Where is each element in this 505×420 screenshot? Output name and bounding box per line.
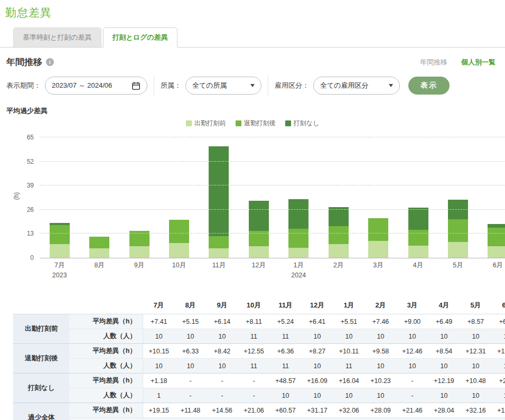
period-value: 2023/07 ～ 2024/06 (52, 81, 112, 90)
value-cell: 11 (333, 418, 365, 420)
column-header: 6月 (492, 297, 505, 314)
bar-6月 (488, 224, 505, 258)
value-cell: +9.00 (397, 314, 428, 329)
legend-label: 出勤打刻前 (194, 119, 226, 128)
page-title: 勤怠差異 (5, 5, 499, 20)
bar-segment (89, 248, 109, 258)
chart-plot (40, 137, 505, 258)
legend-item: 打刻なし (285, 119, 320, 128)
legend-swatch (236, 120, 241, 126)
value-cell: 10 (492, 418, 505, 420)
value-cell: +12.46 (397, 344, 428, 359)
value-cell: 10 (143, 329, 175, 344)
value-cell: +14.56 (207, 403, 238, 418)
gridline (40, 137, 505, 137)
value-cell: 10 (428, 418, 460, 420)
value-cell: +5.15 (175, 314, 207, 329)
value-cell: 10 (365, 329, 397, 344)
value-cell: 10 (492, 388, 505, 403)
bar-segment (488, 224, 505, 228)
value-cell: 10 (460, 388, 492, 403)
view-header: 年間推移 i 年間推移 個人別一覧 (0, 48, 505, 70)
x-tick-label: 10月 (159, 262, 199, 279)
bar-segment (209, 248, 229, 258)
value-cell: 10 (333, 388, 365, 403)
x-tick-label: 8月 (79, 262, 119, 279)
legend-label: 打刻なし (294, 119, 320, 128)
value-cell: +8.54 (428, 344, 460, 359)
value-cell: 10 (397, 418, 428, 420)
value-cell: 11 (270, 359, 302, 374)
value-cell: +8.27 (302, 344, 333, 359)
x-tick-label: 12月 (239, 262, 278, 279)
gridline (40, 233, 505, 234)
month-label: 10月 (159, 262, 199, 269)
column-header: 7月 (143, 297, 175, 314)
emp-label: 雇用区分： (275, 81, 309, 90)
info-icon[interactable]: i (46, 58, 54, 66)
x-tick-label: 11月 (199, 262, 239, 279)
value-cell: +19.15 (143, 403, 175, 418)
bar-segment (408, 208, 428, 230)
value-cell: 11 (270, 329, 302, 344)
gridline (40, 185, 505, 185)
legend-item: 出勤打刻前 (186, 119, 226, 128)
value-cell: +48.57 (270, 374, 302, 388)
bar-column (478, 137, 505, 258)
bar-segment (329, 226, 349, 244)
show-button[interactable]: 表示 (408, 77, 450, 95)
metric-label-cell: 平均差異（h） (69, 374, 143, 388)
bar-segment (408, 246, 428, 258)
gridline (40, 209, 505, 210)
bar-segment (368, 241, 388, 258)
bar-5月 (448, 200, 468, 258)
bar-2月 (329, 207, 349, 258)
dept-select[interactable]: 全ての所属 (185, 77, 261, 95)
category-cell: 退勤打刻後 (14, 344, 69, 374)
value-cell: 11 (270, 418, 302, 420)
value-cell: 10 (365, 388, 397, 403)
month-label: 4月 (398, 262, 438, 269)
month-label: 7月 (40, 262, 79, 269)
column-header: 3月 (397, 297, 428, 314)
period-input[interactable]: 2023/07 ～ 2024/06 (45, 77, 147, 95)
bar-7月 (50, 223, 70, 258)
view-link-annual[interactable]: 年間推移 (420, 58, 447, 67)
value-cell: 11 (238, 329, 270, 344)
tab-standard-vs-punch[interactable]: 基準時刻と打刻の差異 (13, 27, 101, 47)
value-cell: 10 (302, 418, 333, 420)
value-cell: 10 (428, 388, 460, 403)
tab-bar: 基準時刻と打刻の差異 打刻とログの差異 (0, 27, 505, 48)
value-cell: 10 (428, 359, 460, 374)
value-cell: - (207, 388, 238, 403)
value-cell: 10 (365, 359, 397, 374)
month-label: 6月 (478, 262, 505, 269)
x-tick-label: 5月 (438, 262, 478, 279)
value-cell: +10.11 (333, 344, 365, 359)
calendar-icon[interactable] (132, 81, 141, 90)
category-cell: 出勤打刻前 (14, 314, 69, 344)
value-cell: - (238, 374, 270, 388)
bar-segment (249, 201, 269, 230)
bar-8月 (89, 237, 109, 258)
bar-segment (249, 246, 269, 258)
value-cell: - (175, 388, 207, 403)
emp-select[interactable]: 全ての雇用区分 (313, 77, 400, 95)
metric-label-cell: 平均差異（h） (69, 344, 143, 359)
value-cell: +28.09 (365, 403, 397, 418)
emp-value: 全ての雇用区分 (320, 81, 369, 90)
view-link-individual[interactable]: 個人別一覧 (461, 58, 495, 67)
chevron-down-icon (250, 84, 255, 87)
bar-3月 (368, 218, 388, 258)
value-cell: 10 (175, 359, 207, 374)
column-header: 10月 (238, 297, 270, 314)
bar-segment (408, 230, 428, 246)
value-cell: +12.19 (428, 374, 460, 388)
bar-column (279, 137, 319, 258)
value-cell: 10 (302, 388, 333, 403)
tab-punch-vs-log[interactable]: 打刻とログの差異 (103, 27, 177, 48)
chart-legend: 出勤打刻前退勤打刻後打刻なし (0, 119, 505, 128)
value-cell: +6.33 (175, 344, 207, 359)
x-tick-label: 3月 (358, 262, 398, 279)
value-cell: +6.41 (302, 314, 333, 329)
